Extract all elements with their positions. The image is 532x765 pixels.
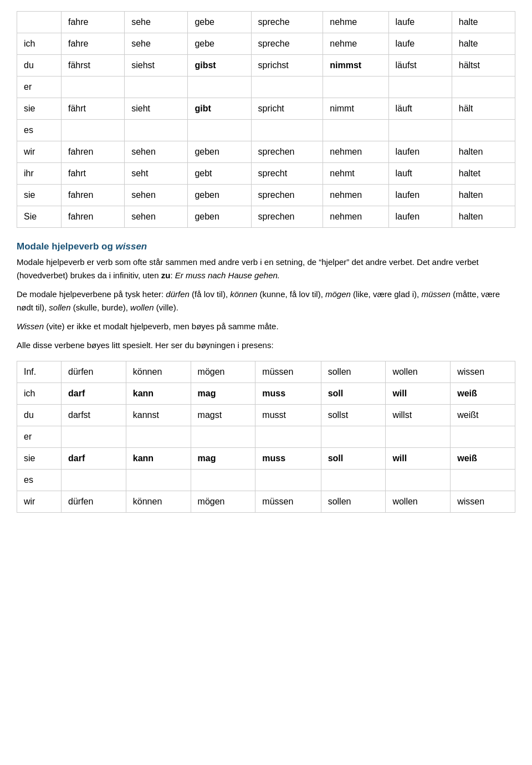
table1-header-cell: laufe [388, 12, 452, 33]
table-row: ichfahresehegebesprechenehmelaufehalte [17, 33, 515, 55]
verb-cell: wollen [386, 491, 451, 513]
verb-cell: laufen [388, 206, 452, 228]
table-row: siefährtsiehtgibtsprichtnimmtläufthält [17, 98, 515, 120]
verb-cell: nehmen [323, 206, 388, 228]
verb-cell [251, 76, 323, 98]
table-row: siedarfkannmagmusssollwillweiß [17, 448, 515, 470]
verb-cell [62, 470, 126, 491]
modal-text2: De modale hjelpeverbene på tysk heter: d… [17, 288, 515, 314]
pronoun-cell: er [17, 76, 62, 98]
verb-cell [62, 76, 125, 98]
verb-cell: dürfen [62, 491, 126, 513]
verb-cell: läuft [388, 98, 452, 120]
table2-header-cell: müssen [255, 361, 321, 383]
modal-text3: Wissen (vite) er ikke et modalt hjelpeve… [17, 320, 515, 333]
verb-cell [62, 426, 126, 448]
verb-cell [255, 470, 321, 491]
pronoun-cell: sie [17, 98, 62, 120]
verb-cell: fährst [62, 55, 125, 76]
verb-cell [126, 426, 191, 448]
verb-cell [62, 120, 125, 141]
table-row: Siefahrensehengebensprechennehmenlaufenh… [17, 206, 515, 228]
verb-cell: magst [191, 405, 255, 426]
verb-cell: seht [125, 163, 188, 185]
verb-cell: muss [255, 448, 321, 470]
verb-cell: will [386, 448, 451, 470]
verb-cell: nehmen [323, 185, 388, 206]
verb-cell: haltet [452, 163, 515, 185]
table2-header-cell: können [126, 361, 191, 383]
modal-heading: Modale hjelpeverb og wissen [17, 241, 515, 252]
pronoun-cell: es [17, 120, 62, 141]
verb-cell: nehmen [323, 141, 388, 163]
verb-cell [191, 426, 255, 448]
verb-cell [388, 76, 452, 98]
verb-cell: fahren [62, 185, 125, 206]
table1-header-cell: spreche [251, 12, 323, 33]
pronoun-cell: er [17, 426, 62, 448]
verb-cell [255, 426, 321, 448]
table-row: er [17, 426, 515, 448]
verb-cell: hältst [452, 55, 515, 76]
verb-cell: soll [321, 448, 386, 470]
table-row: ichdarfkannmagmusssollwillweiß [17, 383, 515, 405]
verb-cell: geben [188, 141, 251, 163]
verb-cell [251, 120, 323, 141]
table-row: dufährstsiehstgibstsprichstnimmstläufsth… [17, 55, 515, 76]
verb-cell [188, 120, 251, 141]
verb-cell: nimmt [323, 98, 388, 120]
verb-cell: willst [386, 405, 451, 426]
verb-cell: geben [188, 206, 251, 228]
verb-cell: lauft [388, 163, 452, 185]
verb-cell: fährt [62, 98, 125, 120]
verb-cell: sieht [125, 98, 188, 120]
verb-cell: darfst [62, 405, 126, 426]
verb-cell: müssen [255, 491, 321, 513]
verb-cell: sprechen [251, 141, 323, 163]
verb-cell: fahren [62, 206, 125, 228]
verb-cell [386, 426, 451, 448]
verb-cell: laufe [388, 33, 452, 55]
table2-header-cell: Inf. [17, 361, 62, 383]
pronoun-cell: ich [17, 33, 62, 55]
table2-header-cell: wissen [451, 361, 515, 383]
pronoun-cell: es [17, 470, 62, 491]
verb-cell: weiß [451, 383, 515, 405]
verb-table-1: fahresehegebesprechenehmelaufehalteichfa… [17, 11, 515, 228]
verb-cell [126, 470, 191, 491]
verb-cell: sprechen [251, 185, 323, 206]
verb-cell: sehen [125, 206, 188, 228]
verb-cell: halten [452, 206, 515, 228]
verb-cell [188, 76, 251, 98]
verb-cell: mag [191, 383, 255, 405]
verb-cell [191, 470, 255, 491]
table2-header-cell: mögen [191, 361, 255, 383]
verb-cell: nehmt [323, 163, 388, 185]
modal-section: Modale hjelpeverb og wissen Modale hjelp… [17, 241, 515, 352]
table2-header-cell: sollen [321, 361, 386, 383]
verb-cell: fahre [62, 33, 125, 55]
verb-cell: gibst [188, 55, 251, 76]
pronoun-cell: du [17, 405, 62, 426]
pronoun-cell: Sie [17, 206, 62, 228]
table1-header-cell: nehme [323, 12, 388, 33]
table-row: dudarfstkannstmagstmusstsollstwillstweiß… [17, 405, 515, 426]
verb-cell: geben [188, 185, 251, 206]
table2-header-cell: dürfen [62, 361, 126, 383]
verb-cell [125, 76, 188, 98]
verb-cell: kannst [126, 405, 191, 426]
verb-cell: halte [452, 33, 515, 55]
verb-cell [452, 120, 515, 141]
verb-cell: sollst [321, 405, 386, 426]
pronoun-cell: wir [17, 141, 62, 163]
verb-cell [321, 426, 386, 448]
verb-cell: gebt [188, 163, 251, 185]
table2-header-cell: wollen [386, 361, 451, 383]
verb-cell [321, 470, 386, 491]
verb-cell: kann [126, 448, 191, 470]
pronoun-cell: sie [17, 448, 62, 470]
pronoun-cell: ich [17, 383, 62, 405]
verb-cell: muss [255, 383, 321, 405]
verb-cell [323, 120, 388, 141]
verb-cell: nimmst [323, 55, 388, 76]
